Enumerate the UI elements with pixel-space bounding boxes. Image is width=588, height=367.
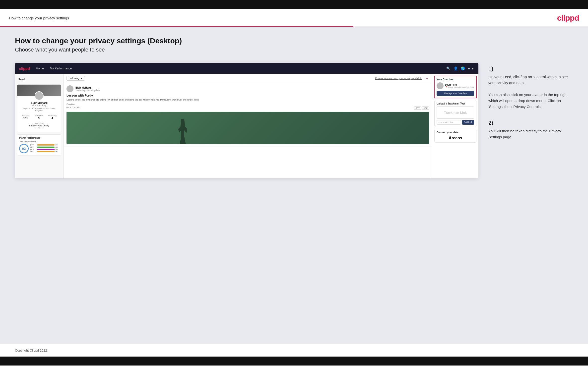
instruction-2-number: 2) [488, 120, 573, 126]
profile-avatar [35, 91, 44, 100]
coach-avatar [437, 82, 444, 89]
page-heading: How to change your privacy settings (Des… [15, 37, 573, 45]
globe-icon[interactable]: 🌎 [461, 66, 465, 70]
latest-activity-label: Latest Activity [21, 123, 57, 124]
bottom-bar [0, 357, 588, 366]
activity-image [66, 112, 429, 144]
latest-activity: Latest Activity Lesson with Fordy 03 Aug… [19, 121, 59, 130]
coach-club: 📍 Royal North Devon Golf Club [445, 86, 474, 88]
trackman-box: Upload a Trackman Test Trackman Link Tra… [434, 100, 476, 127]
activity-user-name: Blair McHarg [75, 86, 100, 89]
activity-card: Blair McHarg Yesterday · Sunningdale Les… [64, 83, 432, 147]
bar-arg-track [37, 149, 55, 150]
logo: clippd [557, 13, 579, 23]
app-right-panel: Your Coaches David Ford 📍 Royal North De… [432, 74, 478, 178]
stat-following-value: 4 [48, 117, 57, 120]
bar-ott-label: OTT [30, 144, 36, 146]
manage-coaches-button[interactable]: Manage Your Coaches [437, 91, 474, 96]
arccos-logo: Arccos [437, 136, 474, 140]
app-mockup-wrapper: clippd Home My Performance 🔍 👤 🌎 ● ▼ Fee… [15, 63, 478, 178]
bar-app-label: APP [30, 146, 36, 148]
user-icon[interactable]: 👤 [454, 66, 458, 70]
tag-app: APP [422, 106, 429, 110]
instruction-1-number: 1) [488, 65, 573, 72]
app-sidebar: Feed Blair McHarg Plus Handicap Royal No… [15, 74, 64, 178]
footer-copyright: Copyright Clippd 2022 [15, 349, 47, 352]
bar-putt: PUTT 96 [30, 151, 59, 153]
stat-following-label: Following [48, 114, 57, 117]
page-subheading: Choose what you want people to see [15, 47, 573, 53]
perf-body: 92 OTT 90 APP [19, 144, 59, 153]
stat-activities: Activities 131 [22, 114, 30, 120]
profile-banner [17, 85, 61, 96]
header: How to change your privacy settings clip… [0, 9, 588, 26]
app-body: Feed Blair McHarg Plus Handicap Royal No… [15, 74, 478, 178]
avatar-icon[interactable]: ● ▼ [468, 66, 474, 70]
activity-duration-value: 01 hr : 30 min [66, 106, 80, 109]
app-nav-home[interactable]: Home [36, 67, 44, 70]
stat-following: Following 4 [48, 114, 57, 120]
activity-title: Lesson with Fordy [66, 94, 429, 97]
instruction-2-text: You will then be taken directly to the P… [488, 128, 573, 140]
profile-name: Blair McHarg [19, 101, 59, 104]
following-label: Following [69, 77, 79, 80]
profile-card: Blair McHarg Plus Handicap Royal North D… [17, 84, 61, 132]
app-nav-icons: 🔍 👤 🌎 ● ▼ [446, 66, 474, 70]
latest-activity-date: 03 Aug 2022 [21, 127, 57, 129]
score-circle: 92 [19, 144, 29, 153]
app-nav-logo: clippd [19, 66, 30, 71]
annotation-arrow-right: ← [425, 76, 429, 81]
connect-title: Connect your data [437, 131, 474, 134]
following-button[interactable]: Following ▼ [66, 76, 85, 81]
tag-ott: OTT [414, 106, 421, 110]
coaches-box: Your Coaches David Ford 📍 Royal North De… [434, 76, 476, 98]
app-feed: Following ▼ Control who can see your act… [64, 74, 432, 178]
stat-activities-value: 131 [22, 117, 30, 120]
activity-user-info: Blair McHarg Yesterday · Sunningdale [75, 86, 100, 92]
instructions-column: 1) On your Feed, click/tap on 'Control w… [488, 63, 573, 150]
latest-activity-name: Lesson with Fordy [21, 124, 57, 127]
profile-stats: Activities 131 Followers 3 Following [19, 113, 59, 121]
top-bar [0, 0, 588, 9]
stat-followers-value: 3 [35, 117, 43, 120]
stat-followers: Followers 3 [35, 114, 43, 120]
pin-icon: 📍 [445, 86, 448, 88]
content-row: clippd Home My Performance 🔍 👤 🌎 ● ▼ Fee… [15, 63, 573, 178]
coach-name: David Ford [445, 84, 474, 86]
golfer-silhouette [175, 119, 190, 144]
activity-duration-label: Duration [66, 103, 429, 105]
trackman-link-placeholder: Trackman Link [437, 106, 474, 119]
stat-followers-label: Followers [35, 114, 43, 117]
footer: Copyright Clippd 2022 [0, 344, 588, 357]
app-mockup: clippd Home My Performance 🔍 👤 🌎 ● ▼ Fee… [15, 63, 478, 178]
bar-arg-label: ARG [30, 149, 36, 150]
feed-tab[interactable]: Feed [15, 76, 63, 82]
activity-header: Blair McHarg Yesterday · Sunningdale [66, 85, 429, 92]
profile-info: Blair McHarg Plus Handicap Royal North D… [17, 96, 61, 132]
connect-data-box: Connect your data Arccos [434, 129, 476, 143]
bar-ott: OTT 90 [30, 144, 59, 146]
profile-club: Royal North Devon Golf Club, United King… [19, 107, 59, 112]
bar-putt-label: PUTT [30, 151, 36, 153]
bar-ott-track [37, 144, 55, 146]
instruction-2: 2) You will then be taken directly to th… [488, 120, 573, 140]
instruction-1: 1) On your Feed, click/tap on 'Control w… [488, 65, 573, 110]
profile-handicap: Plus Handicap [19, 104, 59, 107]
activity-date: Yesterday · Sunningdale [75, 89, 100, 92]
app-nav: clippd Home My Performance 🔍 👤 🌎 ● ▼ [15, 63, 478, 74]
bar-app-value: 85 [56, 146, 59, 148]
app-nav-performance[interactable]: My Performance [50, 67, 72, 70]
activity-footer: 01 hr : 30 min OTT APP [66, 105, 429, 110]
coach-item: David Ford 📍 Royal North Devon Golf Club [437, 82, 474, 89]
perf-quality-label: Total Player Quality [19, 141, 59, 143]
feed-header: Following ▼ Control who can see your act… [64, 74, 432, 83]
bar-arg-value: 86 [56, 149, 59, 150]
bar-ott-value: 90 [56, 144, 59, 146]
activity-avatar [66, 85, 73, 92]
search-icon[interactable]: 🔍 [446, 66, 451, 70]
add-link-button[interactable]: Add Link [462, 120, 474, 125]
trackman-input[interactable]: Trackman Link [437, 120, 461, 125]
control-privacy-link[interactable]: Control who can see your activity and da… [375, 77, 422, 80]
header-title: How to change your privacy settings [9, 16, 69, 20]
player-performance: Player Performance Total Player Quality … [17, 134, 61, 156]
